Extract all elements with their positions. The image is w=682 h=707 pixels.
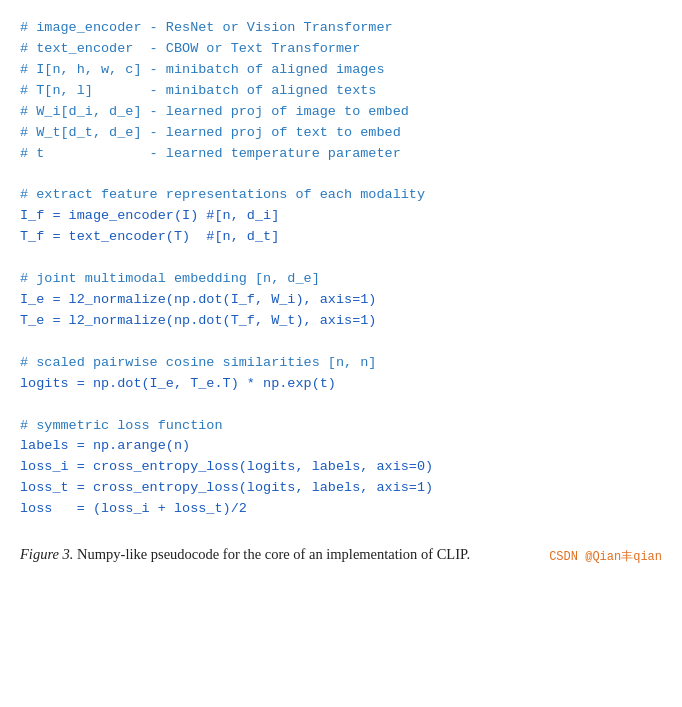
code-line: labels = np.arange(n): [20, 438, 190, 453]
code-line: I_e = l2_normalize(np.dot(I_f, W_i), axi…: [20, 292, 376, 307]
code-comment: # extract feature representations of eac…: [20, 187, 425, 202]
caption-text: Figure 3. Numpy-like pseudocode for the …: [20, 544, 470, 566]
code-comment: # scaled pairwise cosine similarities [n…: [20, 355, 376, 370]
code-line: T_f = text_encoder(T) #[n, d_t]: [20, 229, 279, 244]
code-comment: # T[n, l] - minibatch of aligned texts: [20, 83, 376, 98]
code-comment: # W_i[d_i, d_e] - learned proj of image …: [20, 104, 409, 119]
code-comment: # I[n, h, w, c] - minibatch of aligned i…: [20, 62, 385, 77]
code-line: loss = (loss_i + loss_t)/2: [20, 501, 247, 516]
code-comment: # joint multimodal embedding [n, d_e]: [20, 271, 320, 286]
figure-label: Figure 3.: [20, 546, 73, 562]
code-line: T_e = l2_normalize(np.dot(T_f, W_t), axi…: [20, 313, 376, 328]
code-line: I_f = image_encoder(I) #[n, d_i]: [20, 208, 279, 223]
caption-area: Figure 3. Numpy-like pseudocode for the …: [0, 534, 682, 580]
code-line: loss_t = cross_entropy_loss(logits, labe…: [20, 480, 433, 495]
code-line: logits = np.dot(I_e, T_e.T) * np.exp(t): [20, 376, 336, 391]
code-comment: # W_t[d_t, d_e] - learned proj of text t…: [20, 125, 401, 140]
code-comment: # image_encoder - ResNet or Vision Trans…: [20, 20, 393, 35]
watermark: CSDN @Qian丰qian: [549, 548, 662, 566]
caption-row: Figure 3. Numpy-like pseudocode for the …: [20, 544, 662, 566]
code-line: loss_i = cross_entropy_loss(logits, labe…: [20, 459, 433, 474]
code-container: # image_encoder - ResNet or Vision Trans…: [0, 0, 682, 534]
code-comment: # symmetric loss function: [20, 418, 223, 433]
code-comment: # text_encoder - CBOW or Text Transforme…: [20, 41, 360, 56]
code-block: # image_encoder - ResNet or Vision Trans…: [20, 18, 662, 520]
code-comment: # t - learned temperature parameter: [20, 146, 401, 161]
figure-description: Numpy-like pseudocode for the core of an…: [73, 546, 470, 562]
